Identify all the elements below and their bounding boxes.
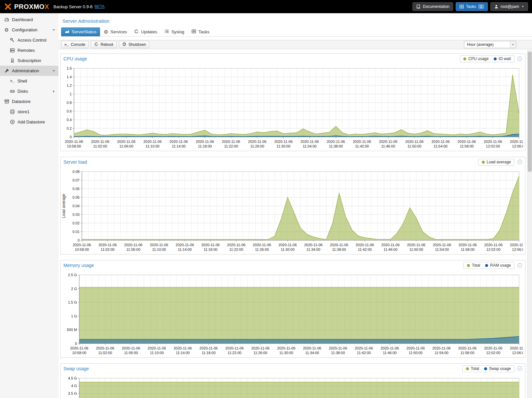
- sidebar-item-label: store1: [18, 109, 29, 114]
- server-icon: [9, 48, 16, 53]
- sidebar-item-remotes[interactable]: Remotes: [0, 45, 58, 55]
- tab-tasks[interactable]: Tasks: [188, 27, 213, 36]
- shutdown-button[interactable]: Shutdown: [119, 41, 149, 48]
- collapse-tool-icon[interactable]: [517, 159, 522, 165]
- svg-text:0.08: 0.08: [73, 170, 80, 174]
- sidebar-item-subscription[interactable]: Subscription: [0, 55, 58, 66]
- svg-text:2020-11-06: 2020-11-06: [510, 346, 523, 350]
- svg-text:2020-11-06: 2020-11-06: [70, 346, 88, 350]
- timeframe-select[interactable]: Hour (average): [464, 41, 516, 48]
- console-icon: >_: [64, 42, 69, 47]
- svg-text:11:54:00: 11:54:00: [435, 248, 449, 251]
- svg-text:11:22:00: 11:22:00: [229, 248, 243, 251]
- sidebar-item-label: Subscription: [18, 58, 41, 63]
- expander-down-icon[interactable]: [52, 69, 56, 73]
- tab-label: ServerStatus: [72, 29, 96, 34]
- svg-text:11:02:00: 11:02:00: [93, 144, 107, 148]
- svg-text:0.8: 0.8: [67, 101, 72, 105]
- reboot-button[interactable]: Reboot: [91, 41, 117, 48]
- svg-text:11:58:00: 11:58:00: [460, 351, 474, 355]
- product-version: Backup Server 0.9-6: [53, 4, 93, 9]
- svg-text:11:54:00: 11:54:00: [435, 351, 448, 355]
- beta-link[interactable]: BETA: [94, 4, 104, 9]
- user-menu-button[interactable]: root@pam: [490, 2, 528, 11]
- main-area: Server Administration ServerStatus⚙Servi…: [58, 13, 532, 398]
- svg-text:11:38:00: 11:38:00: [332, 248, 346, 251]
- caret-down-icon[interactable]: [510, 41, 516, 48]
- svg-text:2020-11-06: 2020-11-06: [65, 140, 83, 144]
- svg-text:0.06: 0.06: [73, 187, 80, 191]
- svg-text:11:46:00: 11:46:00: [381, 144, 395, 148]
- vertical-scrollbar[interactable]: [527, 50, 532, 398]
- memory-usage-chart: 0500 M1 G1.5 G2 G2.5 G2020-11-0610:58:00…: [61, 271, 523, 357]
- sidebar-item-disks[interactable]: Disks: [0, 86, 58, 96]
- gears-icon: ⚙: [104, 29, 108, 35]
- collapse-tool-icon[interactable]: [517, 366, 522, 371]
- brand-wordmark: PROXMOX: [14, 3, 49, 11]
- svg-text:2 G: 2 G: [71, 287, 77, 291]
- svg-text:2020-11-06: 2020-11-06: [124, 243, 142, 247]
- svg-text:2020-11-06: 2020-11-06: [91, 140, 109, 144]
- sidebar-item-access-control[interactable]: Access Control: [0, 35, 58, 45]
- svg-text:11:26:00: 11:26:00: [253, 351, 267, 355]
- expander-down-icon[interactable]: [52, 28, 56, 32]
- svg-text:11:18:00: 11:18:00: [198, 144, 212, 148]
- legend-item-load-average: Load average: [482, 160, 511, 164]
- toolbar: >_ConsoleRebootShutdown Hour (average): [58, 40, 532, 49]
- ribbon-icon: [9, 58, 16, 63]
- svg-text:2020-11-06: 2020-11-06: [484, 243, 502, 247]
- tasks-button[interactable]: Tasks 1: [456, 2, 488, 11]
- chart-legend: Load average: [478, 159, 514, 166]
- sidebar-item-label: Dashboard: [12, 17, 33, 22]
- legend-dot-icon: [463, 57, 466, 60]
- tab-services[interactable]: ⚙Services: [100, 27, 130, 36]
- sidebar-item-store1[interactable]: store1: [0, 107, 58, 117]
- sidebar-item-datastore[interactable]: Datastore: [0, 96, 58, 107]
- tasks-badge: 1: [478, 4, 484, 9]
- svg-text:2020-11-06: 2020-11-06: [381, 346, 399, 350]
- expander-right-icon[interactable]: [52, 89, 56, 93]
- collapse-tool-icon[interactable]: [517, 263, 522, 268]
- sidebar-item-dashboard[interactable]: Dashboard: [0, 15, 58, 25]
- svg-text:11:02:00: 11:02:00: [98, 351, 112, 355]
- hdd-icon: [9, 89, 16, 94]
- svg-text:2020-11-06: 2020-11-06: [510, 140, 523, 144]
- collapse-tool-icon[interactable]: [517, 56, 522, 61]
- documentation-button[interactable]: Documentation: [412, 2, 453, 11]
- scrollbar-thumb[interactable]: [528, 51, 532, 172]
- legend-label: Load average: [487, 160, 511, 164]
- page-title: Server Administration: [58, 13, 532, 28]
- svg-text:11:42:00: 11:42:00: [355, 144, 369, 148]
- chart-legend: CPU usageIO wait: [460, 55, 514, 62]
- legend-label: CPU usage: [468, 56, 488, 61]
- svg-text:0.04: 0.04: [73, 204, 80, 208]
- svg-text:2020-11-06: 2020-11-06: [484, 346, 502, 350]
- svg-text:2020-11-06: 2020-11-06: [459, 243, 477, 247]
- svg-text:11:42:00: 11:42:00: [357, 351, 371, 355]
- svg-text:11:10:00: 11:10:00: [150, 351, 164, 355]
- tab-serverstatus[interactable]: ServerStatus: [61, 27, 100, 36]
- tab-syslog[interactable]: Syslog: [161, 27, 188, 36]
- sidebar-item-configuration[interactable]: ⚙Configuration: [0, 25, 58, 35]
- sidebar-item-shell[interactable]: >_Shell: [0, 76, 58, 86]
- svg-text:11:34:00: 11:34:00: [305, 351, 319, 355]
- svg-text:11:14:00: 11:14:00: [176, 351, 190, 355]
- key-icon: [9, 38, 16, 43]
- panel-header: Server loadLoad average: [61, 157, 525, 167]
- console-button[interactable]: >_Console: [61, 41, 89, 48]
- sidebar-item-administration[interactable]: Administration: [0, 66, 58, 76]
- cpu-usage-chart: 00.20.40.60.811.21.41.62020-11-0610:58:0…: [61, 64, 523, 150]
- svg-text:10:58:00: 10:58:00: [67, 144, 81, 148]
- power-icon: [122, 42, 126, 47]
- legend-label: Total: [471, 366, 479, 371]
- tab-updates[interactable]: Updates: [130, 27, 160, 36]
- svg-text:1 G: 1 G: [71, 314, 77, 318]
- svg-text:11:50:00: 11:50:00: [409, 248, 423, 251]
- svg-text:11:26:00: 11:26:00: [250, 144, 264, 148]
- button-label: Shutdown: [128, 42, 146, 47]
- panel-swap-usage: Swap usageTotalSwap usage0500 M1 G1.5 G2…: [60, 363, 525, 398]
- svg-text:11:50:00: 11:50:00: [408, 144, 421, 148]
- sidebar-item-add-datastore[interactable]: Add Datastore: [0, 117, 58, 127]
- legend-label: Total: [472, 263, 480, 268]
- chart-legend: TotalSwap usage: [462, 365, 514, 372]
